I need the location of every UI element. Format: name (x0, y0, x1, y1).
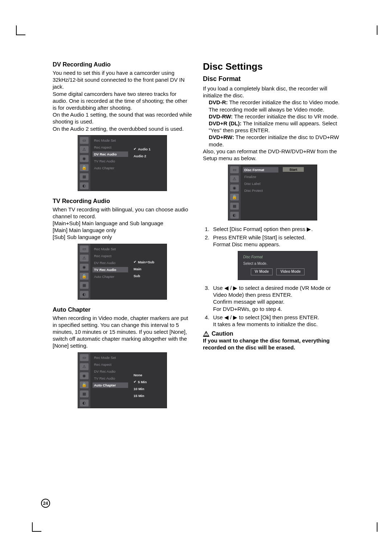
body-text: Press ENTER while [Start] is selected. (213, 234, 306, 240)
crop-mark (377, 25, 377, 35)
crop-mark (32, 531, 41, 532)
body-text: DVD-R: The recorder initialize the disc … (209, 99, 342, 113)
osd-icon: ⚠ (80, 255, 89, 262)
caution-icon: ! (203, 331, 209, 337)
osd-screenshot-auto: ▭ ⚠ ◉ 🔒 ▦ ◐ Rec Mode Set Rec Aspect DV R… (78, 352, 167, 408)
osd-icon: ▭ (80, 137, 89, 144)
osd-options: Main+Sub Main Sub (130, 244, 167, 299)
heading-disc-settings: Disc Settings (203, 61, 342, 72)
osd-screenshot-dv: ▭ ⚠ ◉ 🔒 ▦ ◐ Rec Mode Set Rec Aspect DV R… (78, 135, 167, 191)
body-text: [Main+Sub] Main language and Sub languag… (53, 220, 192, 227)
body-text: When TV recording with bilingual, you ca… (53, 206, 192, 220)
osd-option-checked: Main+Sub (132, 259, 164, 265)
body-text: Some digital camcorders have two stereo … (53, 90, 192, 112)
body-text: Use ◀ / ▶ to select a desired mode (VR M… (213, 285, 331, 298)
osd-icon: ▦ (80, 390, 89, 397)
osd-menu-item: Auto Chapter (93, 165, 128, 171)
osd-screenshot-tv: ▭ ⚠ ◉ 🔒 ▦ ◐ Rec Mode Set Rec Aspect DV R… (78, 244, 167, 300)
section-tv-recording-audio: TV Recording Audio When TV recording wit… (53, 198, 192, 300)
osd-options: Start (281, 165, 317, 220)
label: DVD+RW: (209, 134, 234, 140)
caution-label: Caution (212, 331, 233, 337)
heading-auto-chapter: Auto Chapter (53, 306, 192, 313)
list-item: Use ◀ / ▶ to select [Ok] then press ENTE… (211, 314, 342, 328)
osd-icon: ◐ (80, 182, 89, 189)
body-text: On the Audio 1 setting, the sound that w… (53, 111, 192, 125)
body-text: The recorder initialize the disc to VR m… (233, 113, 338, 119)
body-text: DVD+RW: The recorder initialize the disc… (209, 134, 342, 147)
osd-menu-item: Rec Aspect (93, 362, 128, 367)
heading-tv: TV Recording Audio (53, 198, 192, 204)
body-text: DVD+R (DL): The Initialize menu will app… (209, 120, 342, 134)
step-list: Select [Disc Format] option then press ▶… (211, 226, 342, 328)
osd-menu-item: Rec Mode Set (93, 138, 128, 143)
body-text: Confirm message will appear. (213, 299, 285, 305)
body-text: You need to set this if you have a camco… (53, 69, 192, 90)
body-text: [Main] Main language only (53, 227, 192, 234)
osd-menu-item: DV Rec Audio (93, 369, 128, 374)
heading-dv: DV Recording Audio (53, 61, 192, 68)
osd-icon: ▦ (80, 173, 89, 180)
osd-icon: ◉ (230, 185, 239, 191)
osd-icon: ◉ (80, 264, 89, 271)
right-column: Disc Settings Disc Format If you load a … (203, 61, 342, 415)
osd-option: Main (132, 266, 164, 272)
section-auto-chapter: Auto Chapter When recording in Video mod… (53, 306, 192, 408)
osd-menu: Rec Mode Set Rec Aspect DV Rec Audio TV … (90, 135, 130, 191)
osd-icon: ▭ (230, 166, 239, 173)
body-text: If you load a completely blank disc, the… (203, 85, 342, 99)
osd-menu-item: Rec Aspect (93, 145, 128, 150)
list-item: Press ENTER while [Start] is selected. F… (211, 234, 342, 280)
osd-menu-item-selected: TV Rec Audio (93, 267, 128, 272)
label: DVD-R: (209, 99, 228, 105)
dialog-buttons: Vr Mode Video Mode (243, 268, 312, 275)
osd-option: 10 Min (132, 386, 164, 392)
osd-menu-item: Disc Protect (243, 188, 278, 193)
osd-icon-column: ▭ ⚠ ◉ 🔒 ▦ ◐ (78, 244, 90, 299)
section-disc-format: Disc Format If you load a completely bla… (203, 75, 342, 351)
osd-icon: ◐ (80, 291, 89, 298)
osd-icon: ▭ (80, 246, 89, 252)
body-text: It takes a few moments to initialize the… (213, 321, 318, 327)
osd-icon-column: ▭ ⚠ ◉ 🔒 ▦ ◐ (78, 135, 90, 191)
osd-menu-item-selected: Disc Format (243, 167, 278, 173)
osd-option: Audio 2 (132, 153, 164, 159)
body-text: Also, you can reformat the DVD-RW/DVD+RW… (203, 148, 342, 162)
osd-icon: ◉ (80, 372, 89, 379)
osd-icon: ▦ (80, 282, 89, 289)
dialog-button: Vr Mode (251, 268, 273, 275)
osd-icon: ◐ (80, 400, 89, 406)
body-text: Use ◀ / ▶ to select [Ok] then press ENTE… (213, 314, 319, 320)
list-item: Select [Disc Format] option then press ▶… (211, 226, 342, 232)
dialog-subtitle: Select a Mode. (243, 262, 312, 266)
osd-icon: 🔒 (80, 381, 89, 388)
osd-menu: Rec Mode Set Rec Aspect DV Rec Audio TV … (90, 353, 130, 408)
body-text: [Sub] Sub language only (53, 234, 192, 240)
osd-options: None 5 Min 10 Min 15 Min (130, 353, 167, 408)
osd-icon-column: ▭ ⚠ ◉ 🔒 ▦ ◐ (78, 353, 90, 408)
osd-menu-item: Finalize (243, 174, 278, 179)
body-text: When recording in Video mode, chapter ma… (53, 315, 192, 349)
body-text: The recorder initialize the disc to Vide… (209, 99, 339, 112)
page-number: 24 (41, 499, 50, 508)
osd-menu-item: Rec Mode Set (93, 355, 128, 360)
osd-icon: 🔒 (80, 164, 89, 171)
crop-mark (16, 25, 17, 35)
osd-menu-item: TV Rec Audio (93, 376, 128, 381)
crop-mark (16, 35, 25, 35)
osd-icon: ⚠ (80, 363, 89, 370)
crop-mark (32, 522, 33, 532)
osd-icon: ◐ (230, 212, 239, 219)
left-column: DV Recording Audio You need to set this … (53, 61, 192, 415)
osd-icon: ▦ (230, 203, 239, 210)
osd-menu-item: Auto Chapter (93, 274, 128, 279)
dialog-button: Video Mode (276, 268, 305, 275)
osd-menu-item-selected: Auto Chapter (93, 382, 128, 388)
osd-menu-item: Disc Label (243, 181, 278, 186)
osd-start-button: Start (283, 167, 304, 172)
caution-heading: ! Caution (203, 331, 342, 337)
osd-option: None (132, 372, 164, 378)
osd-icon: ◉ (80, 155, 89, 162)
osd-menu-item-selected: DV Rec Audio (93, 151, 128, 157)
osd-menu: Rec Mode Set Rec Aspect DV Rec Audio TV … (90, 244, 130, 299)
